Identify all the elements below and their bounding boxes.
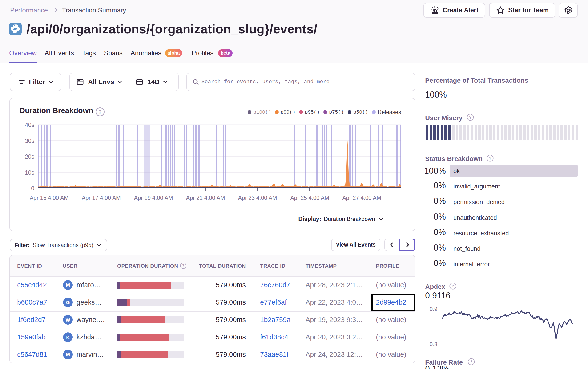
svg-text:?: ? [98,109,101,115]
svg-text:?: ? [489,156,491,160]
svg-text:?: ? [470,359,472,364]
svg-text:?: ? [469,115,472,120]
svg-text:?: ? [452,284,454,288]
svg-text:?: ? [182,264,185,268]
